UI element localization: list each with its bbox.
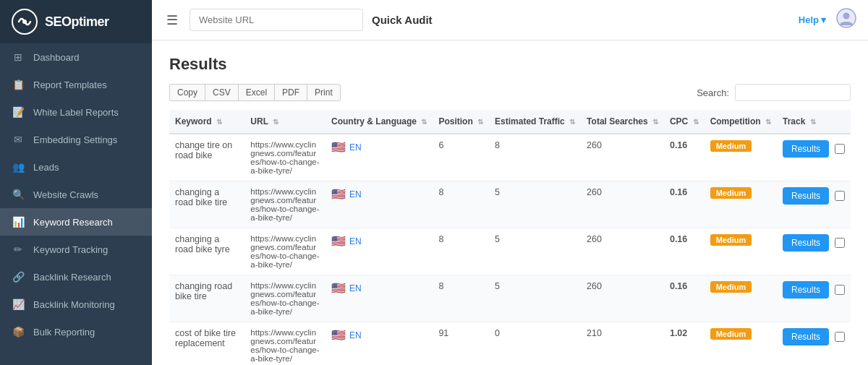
sidebar-item-bulk-reporting[interactable]: 📦 Bulk Reporting	[0, 318, 152, 345]
col-cpc: CPC ⇅	[664, 110, 705, 134]
competition-badge: Medium	[710, 140, 752, 152]
col-country: Country & Language ⇅	[326, 110, 433, 134]
country-sort-icon[interactable]: ⇅	[421, 118, 427, 126]
sidebar-item-report-templates[interactable]: 📋 Report Templates	[0, 71, 152, 98]
backlink-monitoring-icon: 📈	[12, 299, 25, 310]
col-searches-label: Total Searches	[587, 116, 647, 126]
sidebar-item-leads[interactable]: 👥 Leads	[0, 153, 152, 181]
cell-searches: 260	[581, 275, 664, 322]
sidebar-item-backlink-research[interactable]: 🔗 Backlink Research	[0, 263, 152, 291]
csv-button[interactable]: CSV	[205, 84, 239, 101]
topbar: ☰ Quick Audit Help ▾	[152, 0, 868, 40]
sidebar-item-keyword-research[interactable]: 📊 Keyword Research	[0, 208, 152, 236]
results-button[interactable]: Results	[783, 234, 829, 252]
cell-url: https://www.cyclingnews.com/features/how…	[244, 134, 326, 181]
competition-sort-icon[interactable]: ⇅	[765, 118, 771, 126]
sidebar: SEOptimer ⊞ Dashboard 📋 Report Templates…	[0, 0, 152, 365]
track-checkbox[interactable]	[835, 332, 845, 342]
col-position-label: Position	[438, 116, 472, 126]
position-sort-icon[interactable]: ⇅	[477, 118, 483, 126]
cell-url: https://www.cyclingnews.com/features/how…	[244, 322, 326, 366]
language-label: EN	[349, 142, 362, 153]
sidebar-item-keyword-tracking[interactable]: ✏ Keyword Tracking	[0, 236, 152, 263]
sidebar-item-label: Bulk Reporting	[33, 327, 95, 338]
results-button[interactable]: Results	[783, 187, 829, 205]
track-checkbox[interactable]	[835, 144, 845, 154]
main-content: ☰ Quick Audit Help ▾ Results Copy CSV Ex…	[152, 0, 868, 365]
website-url-input[interactable]	[190, 9, 363, 31]
results-button[interactable]: Results	[783, 140, 829, 158]
track-checkbox[interactable]	[835, 285, 845, 295]
sidebar-item-label: Embedding Settings	[33, 134, 117, 145]
copy-button[interactable]: Copy	[169, 84, 205, 101]
excel-button[interactable]: Excel	[238, 84, 275, 101]
cell-url: https://www.cyclingnews.com/features/how…	[244, 275, 326, 322]
cell-cpc: 0.16	[664, 228, 705, 275]
cell-keyword: changing road bike tire	[169, 275, 244, 322]
sidebar-item-label: Report Templates	[33, 80, 107, 90]
sidebar-item-label: Keyword Research	[33, 217, 113, 228]
cell-track: Results	[777, 322, 851, 366]
flag-icon: 🇺🇸	[331, 281, 346, 295]
cell-track: Results	[777, 134, 851, 181]
cell-keyword: changing a road bike tyre	[169, 228, 244, 275]
backlink-research-icon: 🔗	[12, 271, 25, 283]
sidebar-logo: SEOptimer	[0, 0, 152, 43]
cell-competition: Medium	[705, 322, 777, 366]
cell-country: 🇺🇸 EN	[326, 228, 433, 275]
cell-competition: Medium	[705, 228, 777, 275]
table-header-row: Keyword ⇅ URL ⇅ Country & Language ⇅ Pos…	[169, 110, 851, 134]
cpc-sort-icon[interactable]: ⇅	[693, 118, 699, 126]
cell-cpc: 0.16	[664, 181, 705, 228]
sidebar-item-dashboard[interactable]: ⊞ Dashboard	[0, 43, 152, 71]
cell-position: 8	[433, 275, 489, 322]
traffic-sort-icon[interactable]: ⇅	[569, 118, 575, 126]
sidebar-item-label: Dashboard	[33, 52, 80, 63]
white-label-reports-icon: 📝	[12, 106, 25, 118]
col-cpc-label: CPC	[670, 116, 688, 126]
page-title: Results	[169, 55, 851, 74]
track-checkbox[interactable]	[835, 191, 845, 201]
url-sort-icon[interactable]: ⇅	[273, 118, 278, 126]
table-row: changing road bike tire https://www.cycl…	[169, 275, 851, 322]
cell-url: https://www.cyclingnews.com/features/how…	[244, 228, 326, 275]
flag-icon: 🇺🇸	[331, 187, 346, 201]
cell-traffic: 5	[489, 181, 581, 228]
col-traffic: Estimated Traffic ⇅	[489, 110, 581, 134]
pdf-button[interactable]: PDF	[274, 84, 307, 101]
col-competition-label: Competition	[710, 116, 761, 126]
col-url: URL ⇅	[244, 110, 326, 134]
searches-sort-icon[interactable]: ⇅	[652, 118, 658, 126]
competition-badge: Medium	[710, 281, 752, 293]
print-button[interactable]: Print	[307, 84, 341, 101]
keyword-sort-icon[interactable]: ⇅	[216, 118, 222, 126]
sidebar-item-website-crawls[interactable]: 🔍 Website Crawls	[0, 181, 152, 208]
leads-icon: 👥	[12, 161, 25, 173]
sidebar-item-label: White Label Reports	[33, 107, 119, 118]
seoptimer-logo-icon	[12, 9, 38, 35]
user-avatar-icon[interactable]	[836, 8, 856, 33]
cell-position: 91	[433, 322, 489, 366]
col-competition: Competition ⇅	[705, 110, 777, 134]
sidebar-item-white-label-reports[interactable]: 📝 White Label Reports	[0, 98, 152, 126]
help-button[interactable]: Help ▾	[799, 14, 826, 25]
quick-audit-label: Quick Audit	[372, 14, 433, 26]
results-button[interactable]: Results	[783, 281, 829, 299]
track-checkbox[interactable]	[835, 238, 845, 248]
search-input[interactable]	[735, 84, 851, 101]
table-row: changing a road bike tyre https://www.cy…	[169, 228, 851, 275]
results-button[interactable]: Results	[783, 328, 829, 345]
sidebar-item-embedding-settings[interactable]: ✉ Embedding Settings	[0, 126, 152, 153]
cell-searches: 260	[581, 181, 664, 228]
col-track-label: Track	[783, 116, 805, 126]
track-sort-icon[interactable]: ⇅	[810, 118, 816, 126]
cell-searches: 210	[581, 322, 664, 366]
cell-track: Results	[777, 181, 851, 228]
sidebar-item-backlink-monitoring[interactable]: 📈 Backlink Monitoring	[0, 291, 152, 318]
bulk-reporting-icon: 📦	[12, 326, 25, 338]
hamburger-menu-icon[interactable]: ☰	[163, 9, 181, 31]
svg-point-3	[843, 12, 850, 19]
cell-competition: Medium	[705, 275, 777, 322]
col-track: Track ⇅	[777, 110, 851, 134]
dashboard-icon: ⊞	[12, 51, 25, 63]
